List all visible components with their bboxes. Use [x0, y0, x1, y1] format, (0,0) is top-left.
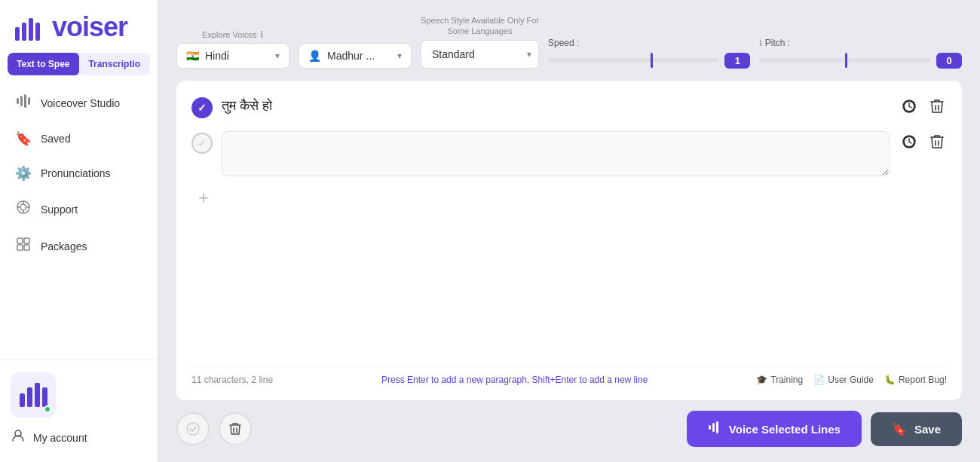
svg-rect-0 [15, 27, 20, 41]
pitch-slider: 0 [759, 53, 962, 69]
svg-rect-24 [709, 425, 711, 430]
speech-style-label: Speech Style Available Only For Some Lan… [421, 15, 539, 37]
svg-rect-17 [24, 245, 29, 250]
svg-rect-5 [20, 96, 23, 106]
tab-tts[interactable]: Text to Spee [8, 53, 79, 75]
char-count: 11 characters, 2 line [191, 375, 273, 385]
line1-actions [899, 96, 947, 121]
sidebar-item-voiceover-studio[interactable]: Voiceover Studio [0, 84, 158, 121]
svg-point-9 [20, 204, 26, 210]
pitch-info-icon: ℹ [759, 38, 762, 47]
add-line-row: ＋ [191, 187, 947, 208]
svg-rect-14 [17, 238, 23, 243]
packages-icon [15, 237, 32, 255]
speed-fill [548, 58, 651, 63]
voice-btn-label: Voice Selected Lines [729, 423, 841, 436]
sidebar-label-packages: Packages [41, 240, 87, 252]
user-guide-link[interactable]: 📄 User Guide [813, 375, 874, 385]
explore-voices-info-icon: ℹ [260, 29, 264, 40]
sidebar-label-voiceover-studio: Voiceover Studio [41, 97, 120, 109]
hint-text: Press Enter to add a new paragraph, Shif… [381, 375, 648, 385]
speed-track[interactable] [548, 58, 719, 63]
sidebar: voiser Text to Spee Transcriptio Voiceov… [0, 0, 158, 462]
speed-thumb[interactable] [651, 53, 653, 68]
sidebar-label-support: Support [41, 203, 78, 216]
avatar-bars-icon [20, 383, 47, 407]
voice-dropdown[interactable]: 👤 Madhur ... Ananya ▾ [299, 43, 412, 69]
sidebar-item-support[interactable]: Support [0, 191, 158, 228]
voiceover-studio-icon [15, 93, 32, 112]
logo-area: voiser [0, 0, 158, 53]
main-content: Explore Voices ℹ 🇮🇳 Hindi English Spanis… [158, 0, 980, 462]
svg-rect-26 [716, 421, 718, 433]
line1-delete-button[interactable] [927, 96, 947, 121]
svg-rect-6 [24, 94, 26, 108]
voice-chevron-icon: ▾ [397, 50, 402, 61]
tab-transcription[interactable]: Transcriptio [79, 53, 151, 75]
line1-checkbox[interactable] [191, 97, 213, 118]
logo: voiser [15, 14, 142, 41]
online-indicator [44, 405, 51, 413]
logo-icon [15, 11, 52, 42]
line2-checkbox[interactable] [191, 133, 213, 154]
line2-delete-button[interactable] [927, 131, 947, 156]
my-account[interactable]: My account [11, 425, 147, 450]
voice-selected-lines-button[interactable]: Voice Selected Lines [687, 411, 862, 447]
line-row-1: तुम कैसे हो [191, 96, 947, 121]
tab-row: Text to Spee Transcriptio [8, 53, 150, 75]
training-icon: 🎓 [756, 375, 767, 385]
pitch-track[interactable] [759, 58, 930, 63]
logo-text-label: voiser [52, 11, 127, 42]
sidebar-bottom: My account [0, 360, 158, 462]
pitch-thumb[interactable] [845, 53, 847, 68]
pitch-fill [759, 58, 844, 63]
language-chevron-icon: ▾ [275, 50, 280, 61]
delete-button[interactable] [219, 412, 252, 445]
svg-rect-15 [24, 238, 29, 243]
svg-point-23 [187, 423, 199, 435]
saved-icon: 🔖 [15, 130, 32, 147]
training-link[interactable]: 🎓 Training [756, 375, 803, 385]
editor-card: तुम कैसे हो [176, 81, 962, 400]
sidebar-label-saved: Saved [41, 133, 71, 145]
style-group: Speech Style Available Only For Some Lan… [421, 15, 539, 69]
voice-select[interactable]: Madhur ... Ananya [327, 50, 391, 62]
add-line-button[interactable]: ＋ [193, 187, 214, 208]
line-row-2 [191, 131, 947, 176]
flag-icon: 🇮🇳 [186, 50, 199, 62]
line2-clock-button[interactable] [899, 131, 920, 156]
speed-label: Speed : [548, 38, 751, 48]
support-icon [15, 200, 32, 219]
svg-rect-16 [17, 245, 23, 250]
nav-menu: Voiceover Studio 🔖 Saved ⚙️ Pronunciatio… [0, 81, 158, 360]
language-select[interactable]: Hindi English Spanish [205, 50, 269, 62]
line1-clock-button[interactable] [899, 96, 920, 121]
save-button[interactable]: 🔖 Save [871, 412, 962, 446]
line2-actions [899, 131, 947, 156]
sidebar-item-packages[interactable]: Packages [0, 228, 158, 265]
voice-group: 👤 Madhur ... Ananya ▾ [299, 26, 412, 69]
sidebar-item-saved[interactable]: 🔖 Saved [0, 121, 158, 156]
my-account-icon [11, 428, 26, 447]
pitch-label: ℹ Pitch : [759, 38, 962, 48]
sidebar-item-pronunciations[interactable]: ⚙️ Pronunciations [0, 156, 158, 191]
save-btn-label: Save [914, 423, 941, 436]
speed-value: 1 [724, 53, 750, 69]
editor-footer: 11 characters, 2 line Press Enter to add… [191, 366, 947, 385]
select-all-button[interactable] [176, 412, 210, 445]
language-dropdown[interactable]: 🇮🇳 Hindi English Spanish ▾ [176, 43, 289, 69]
style-select[interactable]: Standard Calm Cheerful [421, 40, 539, 69]
svg-rect-7 [28, 97, 30, 105]
svg-rect-3 [35, 23, 40, 41]
line2-textarea[interactable] [222, 131, 890, 176]
report-bug-link[interactable]: 🐛 Report Bug! [884, 375, 947, 385]
my-account-label: My account [33, 432, 87, 444]
language-group: Explore Voices ℹ 🇮🇳 Hindi English Spanis… [176, 29, 289, 69]
svg-rect-4 [17, 98, 19, 104]
toolbar: Explore Voices ℹ 🇮🇳 Hindi English Spanis… [176, 15, 962, 69]
voice-avatar-icon: 👤 [308, 50, 321, 62]
pitch-group: ℹ Pitch : 0 [759, 38, 962, 69]
save-btn-icon: 🔖 [892, 422, 907, 436]
footer-links: 🎓 Training 📄 User Guide 🐛 Report Bug! [756, 375, 947, 385]
action-bar: Voice Selected Lines 🔖 Save [176, 400, 962, 447]
